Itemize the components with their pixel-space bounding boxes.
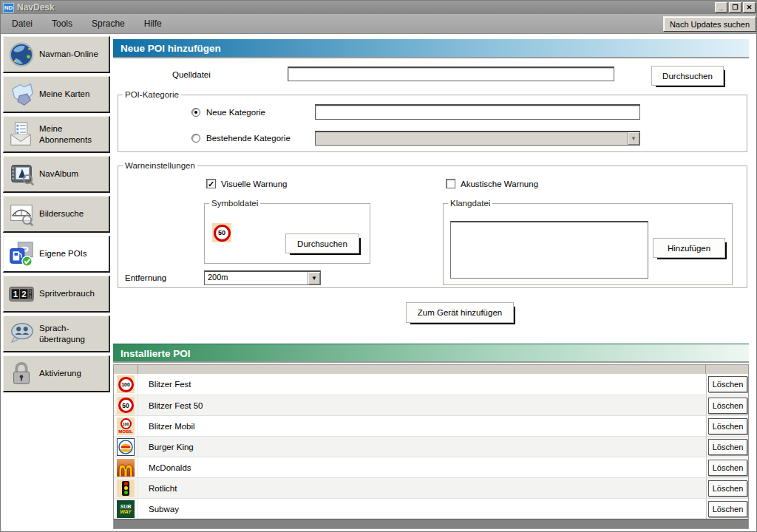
sidebar-item-label: Bildersuche <box>39 208 85 219</box>
sidebar-item-aktivierung[interactable]: Aktivierung <box>3 355 110 392</box>
sidebar-item-meine-abonnements[interactable]: Meine Abonnements <box>3 116 110 153</box>
poi-kategorie-label: POI-Kategorie <box>123 90 181 99</box>
poi-name: Burger King <box>138 443 706 451</box>
svg-text:1: 1 <box>13 290 18 299</box>
entfernung-label: Entfernung <box>125 273 166 282</box>
delete-button[interactable]: Löschen <box>708 376 747 392</box>
image-search-icon <box>4 200 39 228</box>
speed-50-icon: 50 <box>117 397 135 415</box>
app-icon: ND <box>3 3 14 13</box>
delete-button[interactable]: Löschen <box>708 501 747 517</box>
delete-button[interactable]: Löschen <box>708 480 747 497</box>
entfernung-select[interactable]: 200m ▼ <box>204 270 321 285</box>
neue-kategorie-input[interactable] <box>315 104 640 120</box>
speed-100-icon: 100 <box>117 375 135 393</box>
table-row: 50 Blitzer Fest 50 Löschen <box>114 395 748 415</box>
globe-icon <box>4 41 39 69</box>
poi-name: Blitzer Fest 50 <box>138 401 706 410</box>
fuel-counter-icon: 1 2 2 3 <box>4 280 39 308</box>
poi-name: McDonalds <box>138 463 706 472</box>
lock-icon <box>4 360 39 388</box>
menu-sprache[interactable]: Sprache <box>92 18 125 29</box>
klangdatei-listbox[interactable] <box>450 221 648 279</box>
window-title: NavDesk <box>17 2 55 13</box>
sidebar-item-meine-karten[interactable]: Meine Karten <box>3 76 110 113</box>
quelldatei-browse-button[interactable]: Durchsuchen <box>651 66 724 86</box>
delete-button[interactable]: Löschen <box>708 439 747 455</box>
akustische-warnung-label: Akustische Warnung <box>461 180 538 188</box>
bestehende-kategorie-select[interactable]: ▼ <box>315 131 640 146</box>
sidebar-item-spritverbrauch[interactable]: 1 2 2 3 Spritverbrauch <box>3 276 110 313</box>
entfernung-value: 200m <box>205 272 308 284</box>
visuelle-warnung-checkbox[interactable]: ✓ <box>206 179 216 188</box>
traffic-light-icon <box>117 480 135 497</box>
sidebar-item-label: Sprach-übertragung <box>39 323 109 344</box>
sidebar-item-label: Meine Karten <box>39 89 91 99</box>
table-header <box>114 365 748 374</box>
visuelle-warnung-label: Visuelle Warnung <box>221 180 288 188</box>
add-to-device-button[interactable]: Zum Gerät hinzufügen <box>406 302 514 323</box>
installed-poi-header: Installierte POI <box>113 344 749 363</box>
symboldatei-label: Symboldatei <box>209 199 260 208</box>
table-row: 100 Blitzer Fest Löschen <box>114 374 748 395</box>
sidebar-item-eigene-pois[interactable]: P Eigene POIs <box>3 236 110 273</box>
poi-name: Subway <box>138 505 706 514</box>
delete-button[interactable]: Löschen <box>708 398 747 414</box>
mcdonalds-icon <box>117 459 135 477</box>
delete-button[interactable]: Löschen <box>708 418 747 434</box>
sidebar-item-label: NavAlbum <box>39 168 80 179</box>
sidebar-item-label: Aktivierung <box>39 368 83 378</box>
sidebar-item-label: Navman-Online <box>39 49 100 59</box>
menubar: Datei Tools Sprache Hilfe Nach Updates s… <box>1 14 757 34</box>
klangdatei-label: Klangdatei <box>448 199 492 208</box>
subscriptions-icon <box>4 120 39 149</box>
table-row: Burger King Löschen <box>114 436 748 457</box>
new-poi-header: Neue POI hinzufügen <box>113 39 749 58</box>
menu-datei[interactable]: Datei <box>12 18 33 29</box>
table-footer <box>114 519 748 528</box>
klang-add-button[interactable]: Hinzufügen <box>653 238 725 258</box>
poi-name: Blitzer Fest <box>138 380 706 389</box>
voice-transfer-icon <box>4 320 39 348</box>
bestehende-kategorie-label: Bestehende Kategorie <box>206 134 291 143</box>
akustische-warnung-checkbox[interactable] <box>446 179 455 188</box>
close-button[interactable]: ✕ <box>743 2 756 13</box>
minimize-button[interactable]: _ <box>715 2 727 13</box>
neue-kategorie-radio[interactable] <box>191 108 200 117</box>
quelldatei-label: Quelldatei <box>172 70 211 79</box>
sidebar-item-bildersuche[interactable]: Bildersuche <box>3 196 110 233</box>
sidebar-item-navalbum[interactable]: NavAlbum <box>3 156 110 193</box>
titlebar: ND NavDesk _ ❐ ✕ <box>1 1 757 14</box>
chevron-down-icon: ▼ <box>627 132 639 145</box>
main-panel: Neue POI hinzufügen Quelldatei Durchsuch… <box>113 34 749 532</box>
menu-tools[interactable]: Tools <box>52 18 72 29</box>
symbol-browse-button[interactable]: Durchsuchen <box>285 233 359 253</box>
check-updates-button[interactable]: Nach Updates suchen <box>663 16 756 32</box>
delete-button[interactable]: Löschen <box>708 460 747 476</box>
table-row: 100 MOBIL Blitzer Mobil Löschen <box>114 415 748 436</box>
table-row: Rotlicht Löschen <box>114 477 748 498</box>
sidebar-item-sprachuebertragung[interactable]: Sprach-übertragung <box>3 316 110 352</box>
subway-icon: SUB WAY <box>117 500 135 518</box>
burger-king-icon <box>117 438 135 456</box>
svg-text:2: 2 <box>21 290 26 299</box>
sidebar-item-label: Spritverbrauch <box>39 288 96 299</box>
bestehende-kategorie-radio[interactable] <box>191 134 200 143</box>
sidebar-item-label: Eigene POIs <box>39 248 89 259</box>
album-icon <box>4 160 39 188</box>
svg-text:2: 2 <box>29 290 31 294</box>
installed-poi-table: 100 Blitzer Fest Löschen 50 Blitzer Fest… <box>113 364 749 529</box>
sidebar-item-navman-online[interactable]: Navman-Online <box>3 36 110 73</box>
restore-button[interactable]: ❐ <box>729 2 741 13</box>
navdesk-window: ND NavDesk _ ❐ ✕ Datei Tools Sprache Hil… <box>0 0 757 532</box>
maps-icon <box>4 81 39 109</box>
poi-name: Rotlicht <box>138 484 706 493</box>
table-row: SUB WAY Subway Löschen <box>114 498 748 519</box>
chevron-down-icon: ▼ <box>308 272 320 284</box>
neue-kategorie-label: Neue Kategorie <box>206 108 265 117</box>
svg-text:3: 3 <box>29 294 31 299</box>
quelldatei-input[interactable] <box>288 66 614 81</box>
menu-hilfe[interactable]: Hilfe <box>144 18 162 29</box>
poi-icon: P <box>4 240 39 268</box>
speed-50-icon: 50 <box>212 223 231 242</box>
